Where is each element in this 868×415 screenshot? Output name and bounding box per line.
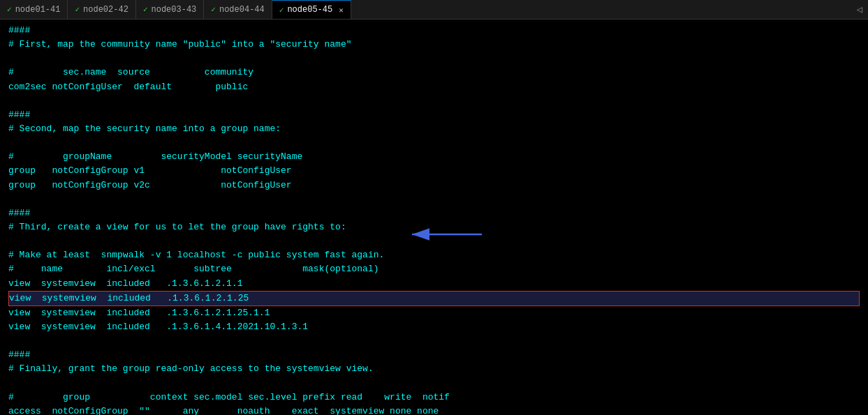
tab-label: node01-41 — [15, 5, 61, 15]
code-line: # Second, map the security name into a g… — [8, 122, 860, 136]
code-line: #### — [8, 206, 860, 220]
code-line — [8, 234, 860, 248]
code-line: # groupName securityModel securityName — [8, 150, 860, 164]
code-line — [8, 94, 860, 108]
check-icon: ✓ — [279, 6, 284, 15]
close-icon[interactable]: ✕ — [339, 6, 344, 15]
check-icon: ✓ — [143, 5, 148, 14]
code-line — [8, 136, 860, 150]
code-line: # Make at least snmpwalk -v 1 localhost … — [8, 248, 860, 262]
check-icon: ✓ — [211, 5, 216, 14]
code-line: group notConfigGroup v1 notConfigUser — [8, 164, 860, 178]
tab-node03-43[interactable]: ✓node03-43 — [136, 0, 204, 19]
code-line: # Third, create a view for us to let the… — [8, 220, 860, 234]
code-line: # name incl/excl subtree mask(optional) — [8, 262, 860, 276]
code-line: com2sec notConfigUser default public — [8, 80, 860, 94]
code-line: # group context sec.model sec.level pref… — [8, 391, 860, 405]
code-line — [8, 52, 860, 66]
code-line: view systemview included .1.3.6.1.4.1.20… — [8, 320, 860, 334]
tab-node01-41[interactable]: ✓node01-41 — [0, 0, 68, 19]
code-line — [8, 193, 860, 206]
code-line — [8, 377, 860, 391]
check-icon: ✓ — [75, 5, 80, 14]
code-line: # sec.name source community — [8, 66, 860, 80]
tab-label: node05-45 — [287, 5, 332, 15]
code-line: view systemview included .1.3.6.1.2.1.25 — [8, 291, 860, 306]
code-line: #### — [8, 108, 860, 122]
tab-label: node04-44 — [219, 5, 265, 15]
tab-label: node03-43 — [152, 5, 197, 15]
code-line: group notConfigGroup v2c notConfigUser — [8, 179, 860, 193]
code-line: access notConfigGroup "" any noauth exac… — [8, 405, 860, 415]
check-icon: ✓ — [7, 5, 12, 14]
tab-bar: ✓node01-41✓node02-42✓node03-43✓node04-44… — [0, 0, 868, 20]
tab-label: node02-42 — [83, 5, 128, 15]
collapse-button[interactable]: ◁ — [857, 3, 868, 15]
tab-node05-45[interactable]: ✓node05-45✕ — [272, 0, 351, 19]
code-line: #### — [8, 24, 860, 38]
tab-node02-42[interactable]: ✓node02-42 — [68, 0, 135, 19]
code-area: ##### First, map the community name "pub… — [0, 20, 868, 415]
code-line: # First, map the community name "public"… — [8, 38, 860, 52]
code-line: #### — [8, 348, 860, 362]
code-line: # Finally, grant the group read-only acc… — [8, 362, 860, 376]
code-line: view systemview included .1.3.6.1.2.1.25… — [8, 306, 860, 320]
code-line: view systemview included .1.3.6.1.2.1.1 — [8, 277, 860, 291]
code-line — [8, 334, 860, 348]
tab-node04-44[interactable]: ✓node04-44 — [204, 0, 272, 19]
